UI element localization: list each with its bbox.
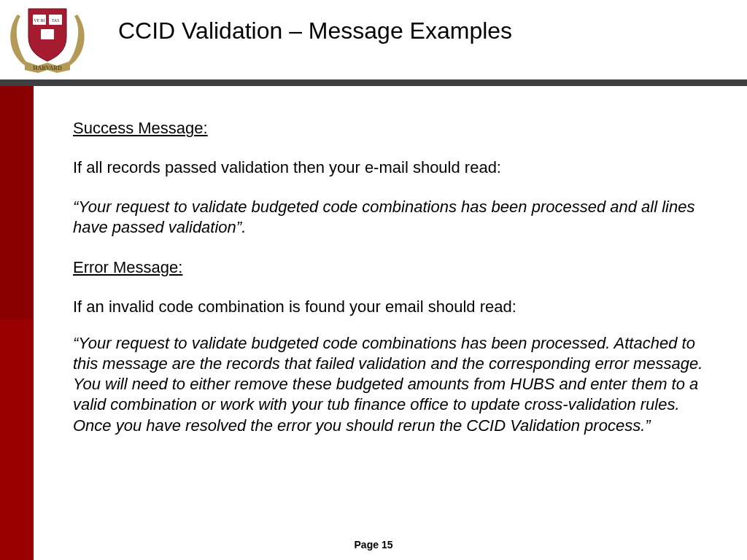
page-number: Page 15 <box>0 539 747 551</box>
svg-text:TAS: TAS <box>52 18 60 23</box>
side-accent-top <box>0 86 34 319</box>
divider-bar <box>0 79 747 86</box>
harvard-logo: HARVARD VE RI TAS <box>4 4 90 76</box>
success-intro: If all records passed validation then yo… <box>73 158 718 178</box>
slide-title: CCID Validation – Message Examples <box>118 18 512 44</box>
slide-body: Success Message: If all records passed v… <box>73 118 718 436</box>
svg-text:HARVARD: HARVARD <box>33 65 62 71</box>
svg-rect-3 <box>41 29 54 39</box>
svg-text:VE RI: VE RI <box>34 18 45 23</box>
error-quote: “Your request to validate budgeted code … <box>73 333 718 436</box>
error-heading: Error Message: <box>73 257 718 278</box>
success-quote: “Your request to validate budgeted code … <box>73 197 718 238</box>
success-heading: Success Message: <box>73 118 718 139</box>
side-accent-bottom <box>0 319 34 560</box>
error-intro: If an invalid code combination is found … <box>73 297 718 317</box>
slide-header: HARVARD VE RI TAS CCID Validation – Mess… <box>0 0 747 76</box>
shield-icon: HARVARD VE RI TAS <box>4 4 90 76</box>
